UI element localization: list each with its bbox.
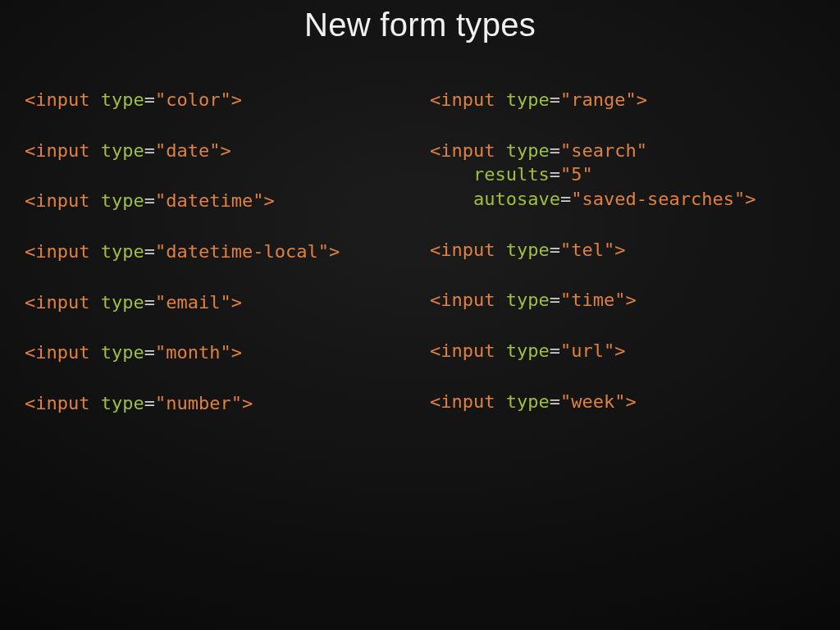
- code-snippet: <input type="email">: [25, 290, 410, 315]
- slide-title: New form types: [25, 7, 815, 43]
- code-snippet: <input type="date">: [25, 139, 410, 163]
- code-snippet: <input type="tel">: [430, 238, 815, 262]
- code-snippet: <input type="range">: [430, 88, 815, 112]
- code-snippet: <input type="number">: [25, 391, 410, 416]
- code-snippet: <input type="url">: [430, 339, 815, 363]
- slide: New form types <input type="color"><inpu…: [0, 0, 840, 630]
- left-column: <input type="color"><input type="date"><…: [25, 88, 410, 442]
- code-snippet: <input type="search" results="5" autosav…: [430, 139, 815, 212]
- code-snippet: <input type="color">: [25, 88, 410, 112]
- code-snippet: <input type="time">: [430, 288, 815, 313]
- code-snippet: <input type="datetime-local">: [25, 240, 410, 264]
- code-columns: <input type="color"><input type="date"><…: [25, 88, 815, 442]
- code-snippet: <input type="month">: [25, 340, 410, 365]
- code-snippet: <input type="week">: [430, 390, 815, 414]
- code-snippet: <input type="datetime">: [25, 189, 410, 213]
- right-column: <input type="range"><input type="search"…: [430, 88, 815, 442]
